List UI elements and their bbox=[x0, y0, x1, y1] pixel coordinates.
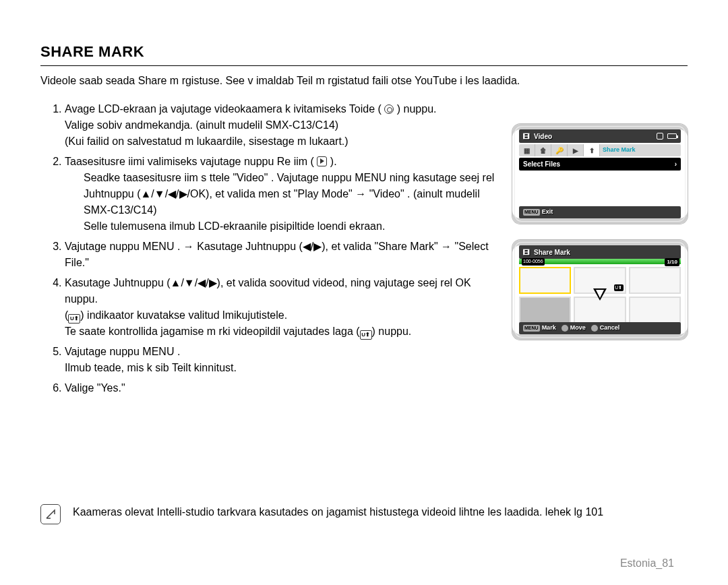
step-6-text: Valige "Yes." bbox=[65, 382, 125, 394]
footer-mark: Mark bbox=[542, 324, 556, 333]
dpad-icon bbox=[562, 325, 568, 332]
share-indicator-icon: U⬆ bbox=[68, 314, 80, 324]
lcd-screen-share-mark: 🎞 Share Mark 100-0056 1/10 U⬆ MENU Mark … bbox=[512, 240, 688, 340]
step-2-sub1: Seadke taasesitusre iim s ttele "Video" … bbox=[84, 170, 504, 218]
step-5-text: Vajutage nuppu MENU . bbox=[65, 346, 180, 357]
step-5: Vajutage nuppu MENU . Ilmub teade, mis k… bbox=[65, 344, 504, 376]
cursor-icon bbox=[593, 288, 607, 301]
step-1-text-b: ) nuppu. bbox=[397, 103, 437, 115]
chevron-right-icon: › bbox=[675, 159, 677, 169]
footer-exit: Exit bbox=[542, 208, 553, 217]
battery-icon bbox=[667, 133, 677, 139]
page-footer: Estonia_81 bbox=[620, 555, 674, 572]
titlebar2-title: Share Mark bbox=[534, 247, 570, 257]
card-icon bbox=[657, 133, 663, 140]
step-4-sub2-a: Te saate kontrollida jagamise m rki vide… bbox=[65, 326, 360, 337]
tab-key-icon: 🔑 bbox=[551, 144, 568, 156]
page-heading: SHARE MARK bbox=[40, 40, 688, 63]
step-2-text-b: ). bbox=[330, 156, 337, 167]
thumb-4 bbox=[519, 297, 571, 324]
step-4-sub2-b: ) nuppu. bbox=[372, 326, 412, 337]
heading-rule bbox=[40, 65, 688, 66]
tab-share-label: Share Mark bbox=[600, 146, 681, 155]
step-3: Vajutage nuppu MENU . → Kasutage Juhtnup… bbox=[65, 239, 504, 271]
tab-trash-icon: 🗑 bbox=[535, 144, 551, 156]
tab-row: ▦ 🗑 🔑 ▶ ⬆ Share Mark bbox=[519, 144, 681, 156]
footerbar-video: MENU Exit bbox=[519, 206, 681, 218]
note-text: Kaameras olevat Intelli-studio tarkvara … bbox=[73, 504, 603, 520]
step-6: Valige "Yes." bbox=[65, 380, 504, 396]
titlebar-title: Video bbox=[534, 131, 552, 142]
menu-chip: MENU bbox=[523, 209, 540, 216]
tab-arrow-icon: ▶ bbox=[568, 144, 584, 156]
green-strip: 100-0056 1/10 bbox=[519, 259, 681, 264]
step-1-text-a: Avage LCD-ekraan ja vajutage videokaamer… bbox=[65, 103, 382, 115]
step-1-sub2: (Kui failid on salvestatud m lukaardile,… bbox=[65, 133, 504, 150]
tab-grid-icon: ▦ bbox=[519, 144, 535, 156]
step-5-sub: Ilmub teade, mis k sib Teilt kinnitust. bbox=[65, 360, 504, 376]
tab-share-icon: ⬆ bbox=[584, 144, 600, 156]
step-3-text: Vajutage nuppu MENU . → Kasutage Juhtnup… bbox=[65, 241, 489, 268]
share-button-icon: U⬆ bbox=[360, 330, 372, 340]
ok-icon bbox=[591, 325, 598, 332]
menu-select-files-label: Select Files bbox=[523, 159, 560, 169]
titlebar-video: 🎞 Video bbox=[519, 129, 681, 143]
steps-list: Avage LCD-ekraan ja vajutage videokaamer… bbox=[40, 101, 504, 396]
thumb-5 bbox=[574, 297, 626, 324]
thumbnail-grid: U⬆ bbox=[519, 264, 681, 326]
step-4-sub2: Te saate kontrollida jagamise m rki vide… bbox=[65, 324, 504, 340]
step-2-sub2: Selle tulemusena ilmub LCD-ekraanile pis… bbox=[84, 218, 504, 235]
mode-icon bbox=[317, 156, 327, 166]
footerbar-sharemark: MENU Mark Move Cancel bbox=[519, 322, 681, 334]
step-1: Avage LCD-ekraan ja vajutage videokaamer… bbox=[65, 101, 504, 150]
menu-chip-2: MENU bbox=[523, 325, 540, 332]
thumb-3 bbox=[629, 267, 681, 294]
share-mark-icon: U⬆ bbox=[614, 284, 624, 291]
step-2-text-a: Taasesitusre iimi valimiseks vajutage nu… bbox=[65, 156, 314, 167]
lcd-screen-video-menu: 🎞 Video ▦ 🗑 🔑 ▶ ⬆ Share Mark Select File… bbox=[512, 124, 688, 224]
step-1-sub1: Valige sobiv andmekandja. (ainult mudeli… bbox=[65, 117, 504, 133]
footer-move: Move bbox=[570, 324, 586, 333]
note-row: Kaameras olevat Intelli-studio tarkvara … bbox=[40, 504, 688, 524]
step-4-text: Kasutage Juhtnuppu (▲/▼/◀/▶), et valida … bbox=[65, 277, 471, 305]
film-icon: 🎞 bbox=[523, 247, 530, 257]
intro-text: Videole saab seada Share m rgistuse. See… bbox=[40, 73, 688, 89]
step-4-sub1: (U⬆) indikaator kuvatakse valitud lmikuj… bbox=[65, 307, 504, 324]
footer-cancel: Cancel bbox=[600, 324, 620, 333]
titlebar-sharemark: 🎞 Share Mark bbox=[519, 245, 681, 259]
power-icon bbox=[384, 104, 394, 114]
note-icon bbox=[40, 504, 61, 524]
step-2: Taasesitusre iimi valimiseks vajutage nu… bbox=[65, 154, 504, 235]
step-4: Kasutage Juhtnuppu (▲/▼/◀/▶), et valida … bbox=[65, 275, 504, 340]
menu-select-files: Select Files › bbox=[519, 158, 681, 171]
thumb-1 bbox=[519, 267, 571, 294]
step-4-sub1-b: ) indikaator kuvatakse valitud lmikujuti… bbox=[80, 309, 287, 321]
thumb-6 bbox=[629, 297, 681, 324]
film-icon: 🎞 bbox=[523, 131, 530, 142]
